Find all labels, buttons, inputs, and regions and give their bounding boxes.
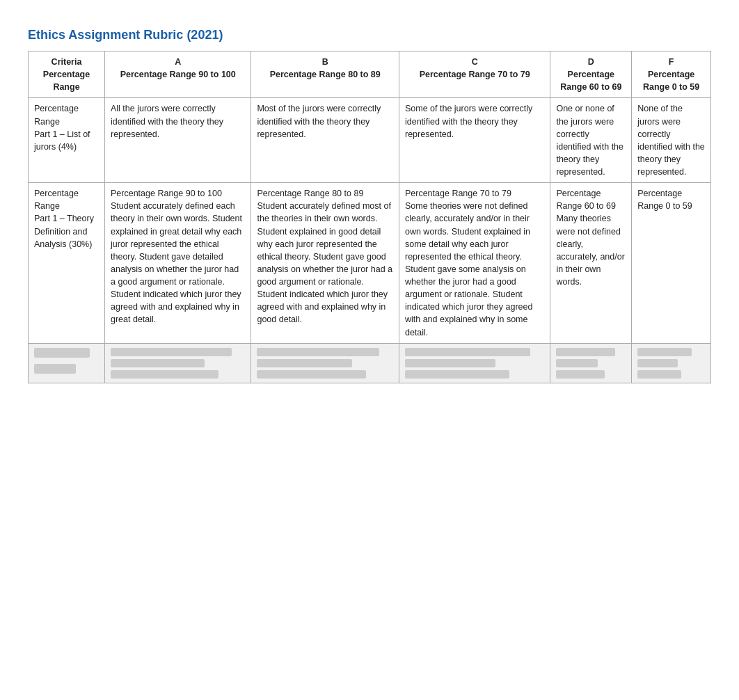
blurred-cell-d bbox=[550, 343, 632, 383]
criteria-theory: Percentage Range Part 1 – Theory Definit… bbox=[29, 183, 105, 344]
range-a-sub: Percentage Range 90 to 100 bbox=[111, 189, 222, 198]
col-header-c: C Percentage Range 70 to 79 bbox=[399, 51, 550, 98]
blurred-label bbox=[34, 348, 90, 358]
blurred-label2 bbox=[34, 364, 76, 374]
theory-a-text: Student accurately defined each theory i… bbox=[111, 201, 242, 324]
cell-jurors-c: Some of the jurors were correctly identi… bbox=[399, 98, 550, 183]
cell-theory-b: Percentage Range 80 to 89 Student accura… bbox=[251, 183, 399, 344]
page-title: Ethics Assignment Rubric (2021) bbox=[28, 28, 711, 42]
criteria-range-label: Percentage Range bbox=[34, 104, 79, 126]
header-grade-f: F bbox=[669, 57, 674, 67]
blurred-cell-f bbox=[632, 343, 711, 383]
criteria-range-label2: Percentage Range bbox=[34, 189, 79, 211]
range-d-sub: Percentage Range 60 to 69 bbox=[556, 189, 616, 211]
cell-jurors-b: Most of the jurors were correctly identi… bbox=[251, 98, 399, 183]
cell-jurors-a: All the jurors were correctly identified… bbox=[105, 98, 251, 183]
col-header-d: D Percentage Range 60 to 69 bbox=[550, 51, 632, 98]
theory-d-text: Many theories were not defined clearly, … bbox=[556, 214, 624, 287]
range-b-sub: Percentage Range 80 to 89 bbox=[257, 189, 363, 198]
cell-theory-d: Percentage Range 60 to 69 Many theories … bbox=[550, 183, 632, 344]
blurred-cell-a bbox=[105, 343, 251, 383]
criteria-label: Part 1 – List of jurors (4%) bbox=[34, 129, 90, 152]
header-grade-c: C bbox=[472, 57, 478, 67]
header-range-c: Percentage Range 70 to 79 bbox=[420, 70, 530, 79]
col-header-a: A Percentage Range 90 to 100 bbox=[105, 51, 251, 98]
table-row-blurred bbox=[29, 343, 711, 383]
col-header-b: B Percentage Range 80 to 89 bbox=[251, 51, 399, 98]
header-range-b: Percentage Range 80 to 89 bbox=[270, 70, 381, 79]
header-grade-b: B bbox=[322, 57, 328, 67]
blurred-cell-b bbox=[251, 343, 399, 383]
criteria-jurors: Percentage Range Part 1 – List of jurors… bbox=[29, 98, 105, 183]
header-range-a: Percentage Range 90 to 100 bbox=[120, 70, 236, 79]
cell-theory-c: Percentage Range 70 to 79 Some theories … bbox=[399, 183, 550, 344]
criteria-label2: Part 1 – Theory Definition and Analysis … bbox=[34, 214, 94, 248]
range-f-sub: Percentage Range 0 to 59 bbox=[637, 189, 692, 211]
cell-theory-a: Percentage Range 90 to 100 Student accur… bbox=[105, 183, 251, 344]
blurred-cell-c bbox=[399, 343, 550, 383]
header-range-f: Percentage Range 0 to 59 bbox=[643, 70, 699, 92]
header-range-d: Percentage Range 60 to 69 bbox=[560, 70, 621, 92]
col-header-criteria: Criteria Percentage Range bbox=[29, 51, 105, 98]
table-header-row: Criteria Percentage Range A Percentage R… bbox=[29, 51, 711, 98]
header-criteria-range: Percentage Range bbox=[43, 70, 90, 92]
cell-jurors-f: None of the jurors were correctly identi… bbox=[632, 98, 711, 183]
cell-jurors-d: One or none of the jurors were correctly… bbox=[550, 98, 632, 183]
header-criteria-label: Criteria bbox=[51, 57, 82, 67]
theory-b-text: Student accurately defined most of the t… bbox=[257, 201, 392, 324]
range-c-sub: Percentage Range 70 to 79 bbox=[405, 189, 511, 198]
header-grade-d: D bbox=[588, 57, 594, 67]
table-row-jurors: Percentage Range Part 1 – List of jurors… bbox=[29, 98, 711, 183]
col-header-f: F Percentage Range 0 to 59 bbox=[632, 51, 711, 98]
header-grade-a: A bbox=[175, 57, 181, 67]
theory-c-text: Some theories were not defined clearly, … bbox=[405, 201, 532, 337]
rubric-table: Criteria Percentage Range A Percentage R… bbox=[28, 51, 711, 383]
table-row-theory: Percentage Range Part 1 – Theory Definit… bbox=[29, 183, 711, 344]
blurred-criteria bbox=[29, 343, 105, 383]
cell-theory-f: Percentage Range 0 to 59 bbox=[632, 183, 711, 344]
